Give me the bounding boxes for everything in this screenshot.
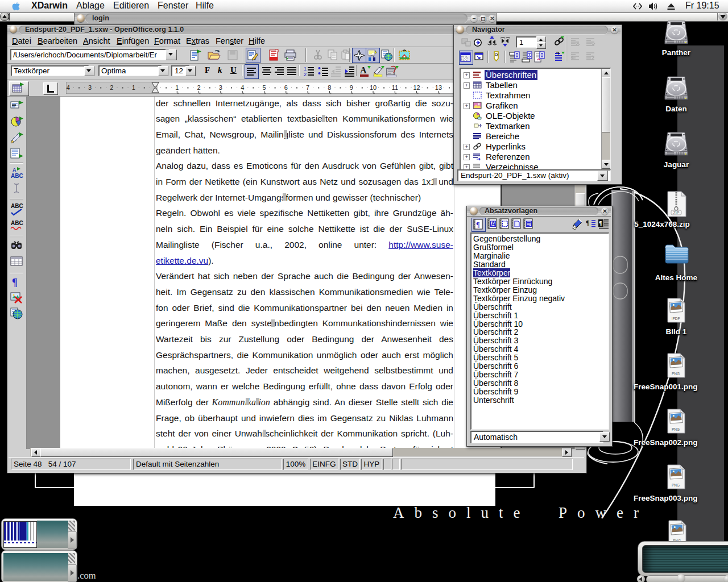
svg-text:11: 11 <box>392 84 398 91</box>
svg-text:2: 2 <box>110 84 113 91</box>
svg-text:A: A <box>360 65 367 75</box>
svg-text:2: 2 <box>197 84 201 91</box>
svg-text:2: 2 <box>304 72 307 77</box>
svg-text:ABC: ABC <box>11 203 23 209</box>
svg-text:4: 4 <box>241 84 244 91</box>
svg-text:¶: ¶ <box>12 277 18 288</box>
svg-text:¶: ¶ <box>586 219 589 227</box>
svg-text:12: 12 <box>413 84 420 91</box>
svg-text:1: 1 <box>132 84 135 91</box>
svg-text:6: 6 <box>284 84 288 91</box>
svg-text:13: 13 <box>435 84 442 91</box>
svg-text:1: 1 <box>304 66 307 72</box>
svg-text:¶: ¶ <box>599 220 602 226</box>
svg-text:5: 5 <box>262 84 266 91</box>
svg-text:1: 1 <box>175 84 179 91</box>
svg-text:PDF: PDF <box>673 317 680 321</box>
svg-text:10: 10 <box>370 84 377 91</box>
svg-text:9: 9 <box>350 84 353 91</box>
svg-text:3: 3 <box>219 84 222 91</box>
svg-text:ABC: ABC <box>11 220 23 226</box>
svg-text:7: 7 <box>306 84 309 91</box>
svg-text:ABC: ABC <box>11 173 23 179</box>
svg-text:4: 4 <box>67 84 70 91</box>
svg-text:ZIP: ZIP <box>673 211 680 215</box>
svg-text:3: 3 <box>88 84 92 91</box>
svg-text:A: A <box>491 220 496 227</box>
svg-text:¶: ¶ <box>476 221 479 228</box>
svg-text:8: 8 <box>328 84 331 91</box>
svg-text:A: A <box>13 167 16 173</box>
